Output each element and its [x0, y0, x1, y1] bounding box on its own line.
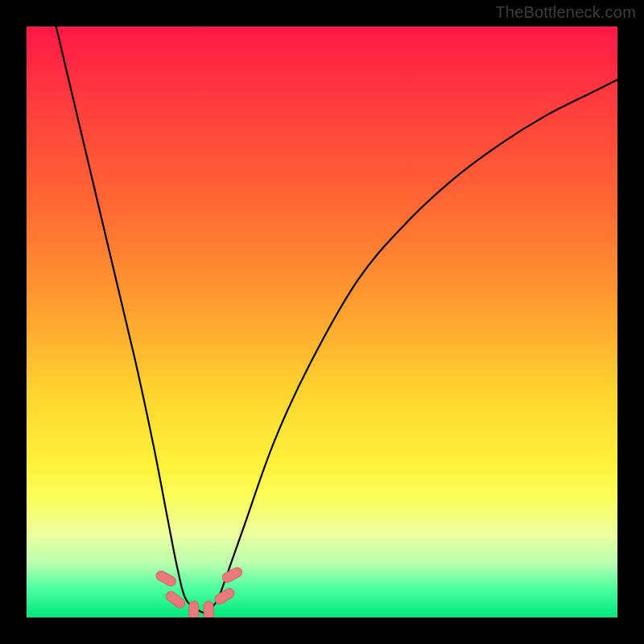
bottleneck-curve	[56, 27, 617, 613]
pink-marker	[155, 569, 178, 588]
plot-area	[27, 27, 617, 617]
pink-marker	[204, 601, 213, 617]
chart-canvas: TheBottleneck.com	[0, 0, 644, 644]
pink-marker	[213, 587, 236, 606]
curve-svg	[27, 27, 617, 617]
pink-marker	[221, 566, 244, 584]
watermark-text: TheBottleneck.com	[495, 3, 636, 22]
pink-marker	[189, 601, 199, 617]
